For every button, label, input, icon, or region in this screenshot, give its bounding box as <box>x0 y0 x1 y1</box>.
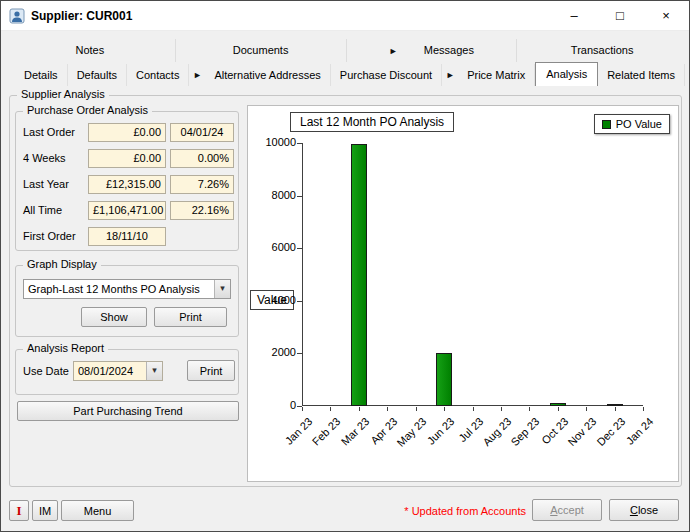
y-axis-tick <box>297 248 302 249</box>
chevron-down-icon[interactable]: ▾ <box>214 280 230 298</box>
im-button[interactable]: IM <box>32 500 58 521</box>
tab-defaults-label: Defaults <box>77 69 117 81</box>
accept-button[interactable]: Accept <box>532 499 602 521</box>
report-print-button-label: Print <box>188 365 234 377</box>
tab-price-matrix-label: Price Matrix <box>467 69 525 81</box>
red-marker-icon: I <box>10 503 28 519</box>
part-purchasing-trend-label: Part Purchasing Trend <box>18 405 238 417</box>
tab-details[interactable]: Details <box>15 64 68 86</box>
chart-title: Last 12 Month PO Analysis <box>290 112 454 132</box>
four-weeks-percent-field: 0.00% <box>170 149 234 168</box>
report-print-button[interactable]: Print <box>187 360 235 381</box>
accept-button-label: Accept <box>533 504 601 516</box>
x-axis-tick <box>416 407 417 411</box>
x-axis-tick <box>359 407 360 411</box>
four-weeks-amount-field: £0.00 <box>88 149 166 168</box>
arrow-right-icon: ► <box>389 40 398 63</box>
all-time-label: All Time <box>23 204 62 216</box>
show-button[interactable]: Show <box>81 307 147 327</box>
minimize-button[interactable]: – <box>551 1 597 31</box>
all-time-amount-field: £1,106,471.00 <box>88 201 166 220</box>
tab-messages[interactable]: ►Messages <box>347 39 518 62</box>
arrow-right-icon: ► <box>189 64 205 86</box>
close-action-button-label: Close <box>610 504 678 516</box>
analysis-report-group-label: Analysis Report <box>23 342 108 354</box>
arrow-right-icon: ► <box>442 64 458 86</box>
all-time-percent-field: 22.16% <box>170 201 234 220</box>
tab-alternative-addresses-label: Alternative Addresses <box>214 69 320 81</box>
tab-transactions[interactable]: Transactions <box>517 39 687 62</box>
tab-price-matrix[interactable]: Price Matrix <box>458 64 535 86</box>
close-action-button[interactable]: Close <box>609 499 679 521</box>
use-date-value: 08/01/2024 <box>78 362 144 380</box>
menu-button[interactable]: Menu <box>61 500 134 521</box>
y-axis-tick-label: 4000 <box>252 294 296 306</box>
bar-oct-23 <box>550 403 566 406</box>
tab-strip-bottom: Details Defaults Contacts ► Alternative … <box>15 62 685 86</box>
y-axis-tick-label: 2000 <box>252 346 296 358</box>
y-axis-tick-label: 6000 <box>252 241 296 253</box>
x-axis-tick <box>330 407 331 411</box>
tab-contacts-label: Contacts <box>136 69 179 81</box>
x-axis-tick <box>501 407 502 411</box>
y-axis-tick-label: 8000 <box>252 189 296 201</box>
use-date-picker[interactable]: 08/01/2024 ▾ <box>73 361 163 381</box>
graph-print-button[interactable]: Print <box>154 307 227 327</box>
x-axis-tick <box>643 407 644 411</box>
updated-from-accounts-note: * Updated from Accounts <box>331 505 526 517</box>
supplier-analysis-group-label: Supplier Analysis <box>17 88 109 100</box>
show-button-label: Show <box>82 311 146 323</box>
window-title: Supplier: CUR001 <box>31 9 132 23</box>
red-marker-button[interactable]: I <box>9 500 29 521</box>
tab-strip-top: Notes Documents ►Messages Transactions <box>5 39 687 62</box>
part-purchasing-trend-button[interactable]: Part Purchasing Trend <box>17 401 239 421</box>
tab-related-items-label: Related Items <box>607 69 675 81</box>
four-weeks-label: 4 Weeks <box>23 152 66 164</box>
x-axis-tick <box>558 407 559 411</box>
tab-purchase-discount[interactable]: Purchase Discount <box>331 64 442 86</box>
graph-type-dropdown-value: Graph-Last 12 Months PO Analysis <box>28 280 212 298</box>
bar-jun-23 <box>436 353 452 406</box>
legend-swatch-icon <box>602 120 611 129</box>
graph-print-button-label: Print <box>155 311 226 323</box>
tab-analysis[interactable]: Analysis <box>535 62 598 86</box>
x-axis-tick <box>302 407 303 411</box>
tab-transactions-label: Transactions <box>571 44 634 56</box>
bar-mar-23 <box>351 144 367 406</box>
tab-alternative-addresses[interactable]: Alternative Addresses <box>205 64 330 86</box>
y-axis-tick <box>297 353 302 354</box>
tab-notes[interactable]: Notes <box>5 39 176 62</box>
chart-legend: PO Value <box>594 114 670 134</box>
tab-defaults[interactable]: Defaults <box>68 64 127 86</box>
tab-messages-label: Messages <box>424 44 474 56</box>
tab-documents-label: Documents <box>233 44 289 56</box>
menu-button-label: Menu <box>62 505 133 517</box>
chevron-down-icon[interactable]: ▾ <box>146 362 162 380</box>
tab-details-label: Details <box>24 69 58 81</box>
app-icon <box>9 8 25 24</box>
graph-type-dropdown[interactable]: Graph-Last 12 Months PO Analysis ▾ <box>23 279 231 299</box>
maximize-button[interactable]: □ <box>597 1 643 31</box>
title-bar[interactable]: Supplier: CUR001 – □ × <box>1 1 689 31</box>
y-axis-tick <box>297 196 302 197</box>
last-order-date-field: 04/01/24 <box>170 123 234 142</box>
y-axis-tick <box>297 301 302 302</box>
close-button[interactable]: × <box>643 1 689 31</box>
y-axis-tick-label: 10000 <box>252 136 296 148</box>
x-axis-tick <box>529 407 530 411</box>
tab-contacts[interactable]: Contacts <box>127 64 189 86</box>
tab-related-items[interactable]: Related Items <box>598 64 685 86</box>
x-axis-tick <box>444 407 445 411</box>
tab-documents[interactable]: Documents <box>176 39 347 62</box>
tab-notes-label: Notes <box>76 44 105 56</box>
last-year-amount-field: £12,315.00 <box>88 175 166 194</box>
im-button-label: IM <box>33 505 57 517</box>
y-axis-tick <box>297 143 302 144</box>
tab-purchase-discount-label: Purchase Discount <box>340 69 432 81</box>
first-order-label: First Order <box>23 230 76 242</box>
tab-analysis-label: Analysis <box>546 68 587 80</box>
po-analysis-group-label: Purchase Order Analysis <box>23 104 152 116</box>
legend-series-label: PO Value <box>616 118 662 130</box>
x-axis-tick <box>473 407 474 411</box>
bar-dec-23 <box>607 404 623 406</box>
